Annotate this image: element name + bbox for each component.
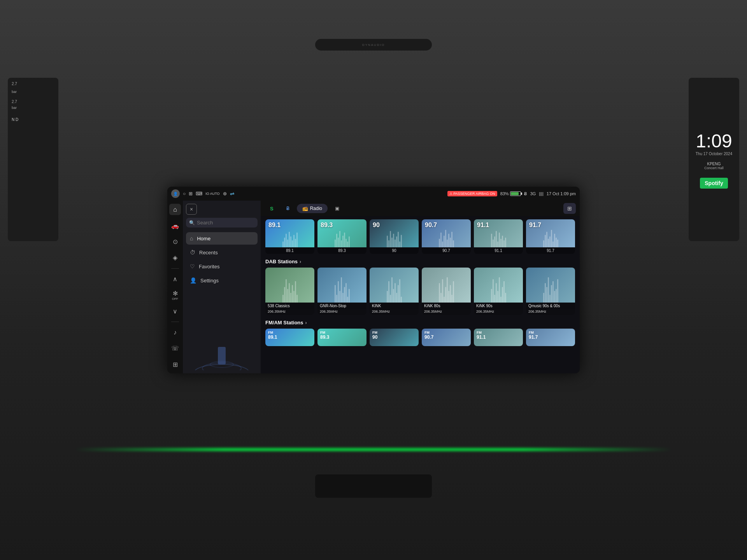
sidebar-item-favorites[interactable]: ♡ Favorites <box>186 260 258 273</box>
dab-station-kink80s[interactable]: KiNK 80s 206.35MHz <box>422 268 471 315</box>
nav-steering[interactable]: ⊙ <box>169 236 181 247</box>
station-sub-90: 90 <box>370 247 419 254</box>
airbag-warning: ⚠ PASSENGER AIRBAG ON <box>447 191 497 196</box>
side-track: Concert Hall <box>704 166 724 170</box>
filter-button[interactable]: ⊞ <box>563 203 576 214</box>
nav-music[interactable]: ♪ <box>169 327 181 338</box>
nav-chevron-down[interactable]: ∨ <box>169 305 181 317</box>
avatar: 👤 <box>171 189 180 198</box>
dab-section-title: DAB Stations › <box>265 259 301 264</box>
fm-station-90-7[interactable]: 90.7 90.7 <box>422 219 471 254</box>
fm-station-91-1[interactable]: 91.1 91.1 <box>474 219 523 254</box>
media-icon: ▣ <box>335 206 339 211</box>
dab-station-gnr-name: GNR-Non-Stop <box>317 303 366 309</box>
settings-person-icon: 👤 <box>190 277 196 284</box>
left-nav: ⌂ 🚗 ⊙ ◈ ∧ ✻ OFF ∨ ♪ ☏ ⊞ <box>167 201 183 373</box>
keyboard-icon: ⌨ <box>196 191 202 196</box>
main-content: ⌂ 🚗 ⊙ ◈ ∧ ✻ OFF ∨ ♪ ☏ ⊞ <box>167 201 580 373</box>
right-side-panel: 1:09 Thu 17 October 2024 KPENG Concert H… <box>689 78 739 241</box>
fm-station-90[interactable]: 90 90 <box>370 219 419 254</box>
fmam-band-5: FM <box>477 331 486 334</box>
fmam-band-4: FM <box>424 331 433 334</box>
sidebar-item-home-label: Home <box>197 236 210 242</box>
nav-apps[interactable]: ⊞ <box>169 359 181 370</box>
search-input[interactable] <box>197 220 254 226</box>
dab-stations-row: 538 Classics 206.35MHz GNR-Non-Stop <box>265 268 575 315</box>
sidebar-panel: × 🔍 ⌂ Home ⏱ Recents ♡ Favorites <box>183 201 261 373</box>
dab-station-gnr[interactable]: GNR-Non-Stop 206.35MHz <box>317 268 366 315</box>
dab-station-qmusic[interactable]: Qmusic 90s & 00s 206.35MHz <box>526 268 575 315</box>
dab-station-kink-freq: 206.35MHz <box>370 309 419 315</box>
wifi-icon: ⊛ <box>223 191 227 196</box>
station-sub-911: 91.1 <box>474 247 523 254</box>
station-freq-907: 90.7 <box>425 222 437 229</box>
search-bar[interactable]: 🔍 <box>186 218 258 228</box>
fmam-station-1[interactable]: FM 89.1 <box>265 329 314 346</box>
nav-phone[interactable]: ☏ <box>169 343 181 354</box>
nav-car[interactable]: 🚗 <box>169 220 181 231</box>
status-left: 👤 ○ ⊞ ⌨ IO AUTO ⊛ ⇌ <box>171 189 235 198</box>
nav-mask[interactable]: ◈ <box>169 252 181 263</box>
content-scroll[interactable]: 89.1 89.1 89.3 <box>261 216 580 373</box>
bottom-vent <box>315 474 432 498</box>
fmam-section-header: FM/AM Stations › <box>265 320 575 326</box>
bluetooth-tab-icon: Ƀ <box>286 206 289 211</box>
fmam-station-4[interactable]: FM 90.7 <box>422 329 471 346</box>
side-artist: KPENG <box>707 162 721 166</box>
station-freq-911: 91.1 <box>477 222 489 229</box>
close-button[interactable]: × <box>186 204 197 215</box>
sidebar-item-recents[interactable]: ⏱ Recents <box>186 246 258 259</box>
dab-station-kink80s-name: KiNK 80s <box>422 303 471 309</box>
filter-icon: ⊞ <box>567 205 572 212</box>
sidebar-item-settings[interactable]: 👤 Settings <box>186 274 258 287</box>
alexa-icon: ○ <box>183 191 186 196</box>
left-side-panel: 2.7 bar 2.7 bar N D <box>8 78 58 241</box>
dab-station-gnr-freq: 206.35MHz <box>317 309 366 315</box>
fmam-band-2: FM <box>320 331 329 334</box>
fm-station-89-3[interactable]: 89.3 89.3 <box>317 219 366 254</box>
side-time-display: 1:09 <box>696 130 732 152</box>
home-icon: ⌂ <box>190 235 193 242</box>
fmam-freq-2: 89.3 <box>320 334 329 340</box>
nav-separator-1 <box>171 268 179 269</box>
sidebar-decoration <box>186 288 258 370</box>
dab-station-kink90s[interactable]: KiNK 90s 206.35MHz <box>474 268 523 315</box>
fmam-station-3[interactable]: FM 90 <box>370 329 419 346</box>
fm-station-89-1[interactable]: 89.1 89.1 <box>265 219 314 254</box>
tab-radio[interactable]: 📻 Radio <box>297 204 328 213</box>
tab-spotify[interactable]: S <box>265 204 279 214</box>
nav-fan[interactable]: ✻ OFF <box>169 289 181 301</box>
nav-chevron-up[interactable]: ∧ <box>169 273 181 285</box>
dab-station-qmusic-name: Qmusic 90s & 00s <box>526 303 575 309</box>
bluetooth-icon: Ƀ <box>524 191 527 196</box>
status-right: ⚠ PASSENGER AIRBAG ON 83% Ƀ 3G |||| 17 O… <box>447 191 576 196</box>
fmam-station-2[interactable]: FM 89.3 <box>317 329 366 346</box>
fmam-band-3: FM <box>372 331 377 334</box>
dab-station-kink[interactable]: KINK 206.35MHz <box>370 268 419 315</box>
battery-indicator: 83% <box>500 191 521 196</box>
fmam-station-6[interactable]: FM 91.7 <box>526 329 575 346</box>
station-sub-917: 91.7 <box>526 247 575 254</box>
fm-station-91-7[interactable]: 91.7 91.7 <box>526 219 575 254</box>
dab-arrow: › <box>300 259 301 264</box>
dab-station-kink90s-freq: 206.35MHz <box>474 309 523 315</box>
fmam-freq-3: 90 <box>372 334 377 340</box>
search-icon: 🔍 <box>189 220 195 226</box>
dab-station-538-classics[interactable]: 538 Classics 206.35MHz <box>265 268 314 315</box>
nav-home[interactable]: ⌂ <box>169 204 181 215</box>
sidebar-item-home[interactable]: ⌂ Home <box>186 232 258 245</box>
dab-station-kink-name: KINK <box>370 303 419 309</box>
tab-media[interactable]: ▣ <box>330 204 345 213</box>
tab-bluetooth[interactable]: Ƀ <box>281 204 295 213</box>
status-bar: 👤 ○ ⊞ ⌨ IO AUTO ⊛ ⇌ ⚠ PASSENGER AIRBAG O… <box>167 187 580 201</box>
fmam-station-5[interactable]: FM 91.1 <box>474 329 523 346</box>
spotify-badge: Spotify <box>700 178 728 189</box>
side-date-display: Thu 17 October 2024 <box>696 152 733 156</box>
station-freq-90: 90 <box>373 222 380 229</box>
dab-station-kink80s-freq: 206.35MHz <box>422 309 471 315</box>
infotainment-screen: 👤 ○ ⊞ ⌨ IO AUTO ⊛ ⇌ ⚠ PASSENGER AIRBAG O… <box>167 187 580 373</box>
fmam-arrow: › <box>305 320 307 326</box>
fmam-freq-4: 90.7 <box>424 334 433 340</box>
ambient-light <box>0 448 747 451</box>
fan-label: OFF <box>172 297 178 301</box>
